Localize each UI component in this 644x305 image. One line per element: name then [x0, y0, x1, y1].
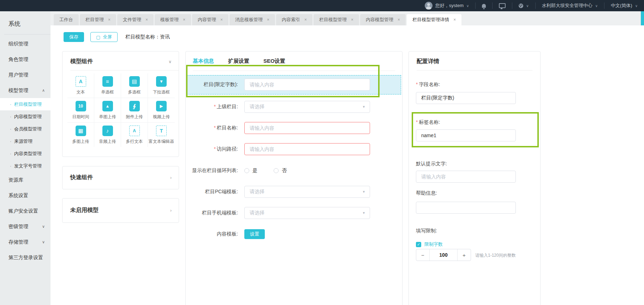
component-multi-image-upload[interactable]: ▦多图上传 [67, 123, 94, 147]
limit-word-count-checkbox[interactable]: ✓ 限制字数 [416, 241, 443, 248]
user-menu[interactable]: 您好，system ∨ [418, 2, 476, 9]
tab-scroll-indicator[interactable] [641, 11, 644, 25]
close-icon[interactable]: × [220, 17, 223, 22]
top-navbar: 您好，system ∨ ∨ 水利部大坝安全管理中心 ∨ 中文(简体) ∨ [0, 0, 644, 11]
model-name-label: 栏目模型名称： [125, 34, 160, 39]
monitor-button[interactable] [492, 2, 512, 9]
form-row-parent-column: *上级栏目: 请选择 ▼ [192, 101, 397, 113]
save-button[interactable]: 保存 [64, 32, 84, 42]
sidebar-item-account-security[interactable]: 账户安全设置 [0, 203, 50, 219]
form-row-access-path: *访问路径: [192, 143, 397, 155]
tag-name-label: *标签名称: [416, 119, 440, 126]
model-name-value: 资讯 [160, 34, 170, 39]
theme-menu[interactable]: ∨ [512, 2, 535, 9]
tab-template-mgmt[interactable]: 模板管理× [155, 14, 191, 25]
component-single-image-upload[interactable]: ▲单图上传 [94, 98, 121, 123]
component-audio-upload[interactable]: ♪音频上传 [94, 123, 121, 147]
organization-menu[interactable]: 水利部大坝安全管理中心 ∨ [535, 2, 604, 9]
close-icon[interactable]: × [398, 17, 400, 22]
radio-icon: ≡ [102, 76, 113, 87]
tab-content-index[interactable]: 内容索引× [276, 14, 312, 25]
sidebar-item-storage-mgmt[interactable]: 存储管理∨ [0, 234, 50, 250]
sidebar-item-org-mgmt[interactable]: 组织管理 [0, 36, 50, 51]
required-star: * [416, 119, 418, 125]
component-checkbox[interactable]: ▤多选框 [121, 73, 148, 98]
form-tabs: 基本信息 扩展设置 SEO设置 [193, 58, 395, 71]
component-text[interactable]: A文本 [67, 73, 94, 98]
close-icon[interactable]: × [183, 17, 185, 22]
content-template-set-button[interactable]: 设置 [244, 229, 265, 239]
form-row-pc-template: 栏目PC端模板: 请选择 ▼ [192, 186, 397, 198]
component-video-upload[interactable]: ▶视频上传 [148, 98, 175, 123]
tab-workbench[interactable]: 工作台 [54, 14, 79, 25]
sidebar-divider [4, 34, 50, 35]
tab-file-mgmt[interactable]: 文件管理× [117, 14, 154, 25]
access-path-input[interactable] [244, 143, 370, 155]
model-components-header[interactable]: 模型组件 ∨ [62, 51, 179, 65]
tab-column-mgmt[interactable]: 栏目管理× [80, 14, 116, 25]
sidebar-item-third-party-login[interactable]: 第三方登录设置 [0, 250, 50, 265]
component-select[interactable]: ▼下拉选框 [148, 73, 175, 98]
toolbar: 保存 ▢ 全屏 栏目模型名称：资讯 [64, 32, 170, 42]
close-icon[interactable]: × [267, 17, 269, 22]
sidebar-item-source-mgmt[interactable]: 来源管理 [0, 135, 50, 147]
palette-icon [519, 4, 523, 8]
stepper-value[interactable]: 100 [429, 249, 458, 261]
stepper-minus-button[interactable]: − [416, 249, 429, 261]
close-icon[interactable]: × [453, 17, 456, 22]
tab-basic-info[interactable]: 基本信息 [193, 58, 214, 66]
stepper-plus-button[interactable]: + [458, 249, 471, 261]
sidebar-item-user-mgmt[interactable]: 用户管理 [0, 67, 50, 83]
sidebar-item-content-type-mgmt[interactable]: 内容类型管理 [0, 147, 50, 160]
default-hint-input[interactable] [416, 171, 516, 183]
tab-column-model-detail[interactable]: 栏目模型管理详情× [407, 14, 461, 25]
disabled-models-panel[interactable]: 未启用模型 › [62, 198, 179, 223]
quick-components-panel[interactable]: 快速组件 › [62, 166, 179, 189]
organization-name: 水利部大坝安全管理中心 [542, 2, 592, 9]
component-datetime[interactable]: 10日期时间 [67, 98, 94, 123]
sidebar-item-content-model-mgmt[interactable]: 内容模型管理 [0, 110, 50, 123]
tab-content-mgmt[interactable]: 内容管理× [192, 14, 228, 25]
chevron-right-icon[interactable]: › [170, 208, 172, 213]
tab-content-model-mgmt[interactable]: 内容模型管理× [360, 14, 406, 25]
sidebar-item-resource-lib[interactable]: 资源库 [0, 172, 50, 188]
close-icon[interactable]: × [145, 17, 148, 22]
tab-seo-settings[interactable]: SEO设置 [263, 58, 285, 66]
tab-extended-settings[interactable]: 扩展设置 [228, 58, 249, 66]
language-menu[interactable]: 中文(简体) ∨ [604, 2, 644, 9]
notification-button[interactable] [475, 2, 492, 9]
sidebar-item-member-model-mgmt[interactable]: 会员模型管理 [0, 123, 50, 135]
close-icon[interactable]: × [108, 17, 111, 22]
sidebar-item-secrecy-mgmt[interactable]: 密级管理∨ [0, 219, 50, 234]
sidebar-item-column-model-mgmt[interactable]: 栏目模型管理 [0, 98, 50, 110]
quick-components-header: 快速组件 › [62, 166, 179, 181]
chevron-right-icon[interactable]: › [170, 175, 172, 180]
config-details-panel: 配置详情 *字段名称: *标签名称: 默认提示文字: 帮助信息: 填写限制: ✓… [409, 51, 541, 305]
caret-down-icon: ▼ [362, 105, 365, 109]
column-name-input[interactable] [244, 122, 370, 134]
sidebar-item-model-mgmt[interactable]: 模型管理∧ [0, 83, 50, 98]
sidebar-item-system-settings[interactable]: 系统设置 [0, 188, 50, 203]
parent-column-select[interactable]: 请选择 ▼ [244, 101, 370, 113]
tab-column-model-mgmt[interactable]: 栏目模型管理× [314, 14, 359, 25]
close-icon[interactable]: × [351, 17, 353, 22]
help-info-input[interactable] [416, 202, 516, 214]
component-attachment-upload[interactable]: ∮附件上传 [121, 98, 148, 123]
fill-limit-label: 填写限制: [416, 228, 437, 234]
radio-no[interactable]: 否 [274, 167, 287, 174]
pc-template-select[interactable]: 请选择 ▼ [244, 186, 370, 198]
component-multiline-text[interactable]: A多行文本 [121, 123, 148, 147]
tab-message-template-mgmt[interactable]: 消息模板管理× [229, 14, 275, 25]
chevron-down-icon[interactable]: ∨ [168, 59, 172, 64]
component-radio[interactable]: ≡单选框 [94, 73, 121, 98]
sidebar-item-role-mgmt[interactable]: 角色管理 [0, 51, 50, 67]
close-icon[interactable]: × [304, 17, 307, 22]
field-input[interactable] [244, 79, 370, 91]
fullscreen-button[interactable]: ▢ 全屏 [90, 32, 118, 42]
field-name-input[interactable] [416, 92, 516, 104]
sidebar-item-doc-number-mgmt[interactable]: 发文字号管理 [0, 160, 50, 172]
radio-yes[interactable]: 是 [244, 167, 257, 174]
component-rich-text-editor[interactable]: T富文本编辑器 [148, 123, 175, 147]
mobile-template-select[interactable]: 请选择 ▼ [244, 207, 370, 219]
tag-name-input[interactable] [416, 129, 516, 141]
